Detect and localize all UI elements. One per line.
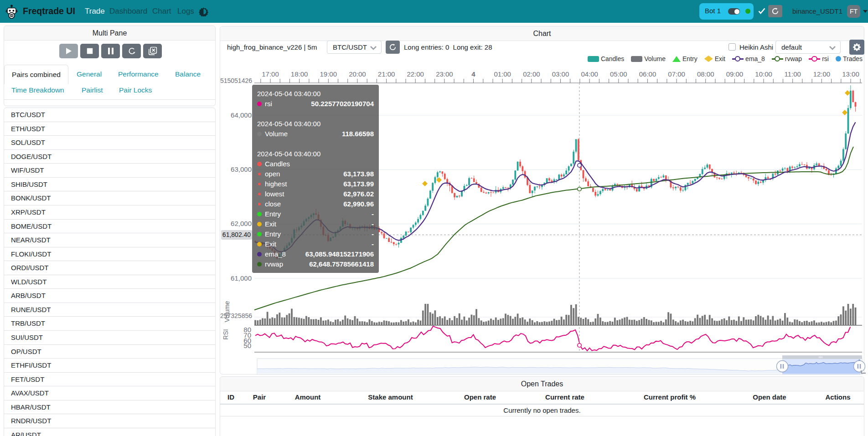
- svg-text:50: 50: [243, 342, 251, 349]
- svg-text:22:00: 22:00: [407, 70, 424, 78]
- svg-text:11:00: 11:00: [784, 70, 801, 78]
- svg-text:13:00: 13:00: [842, 70, 859, 78]
- svg-text:09:00: 09:00: [726, 70, 744, 78]
- svg-text:19:00: 19:00: [320, 70, 337, 78]
- svg-text:02:00: 02:00: [523, 70, 540, 78]
- svg-text:4: 4: [471, 70, 475, 78]
- svg-text:64,000: 64,000: [231, 111, 252, 119]
- svg-text:06:00: 06:00: [639, 70, 656, 78]
- svg-text:08:00: 08:00: [697, 70, 714, 78]
- svg-text:18:00: 18:00: [291, 70, 308, 78]
- svg-text:RSI: RSI: [222, 329, 229, 339]
- svg-text:04:00: 04:00: [581, 70, 598, 78]
- svg-text:Volume: Volume: [223, 301, 231, 322]
- svg-text:21:00: 21:00: [378, 70, 395, 78]
- svg-text:01:00: 01:00: [494, 70, 511, 78]
- svg-text:515051426: 515051426: [220, 77, 252, 84]
- svg-text:63,000: 63,000: [231, 165, 252, 173]
- svg-text:03:00: 03:00: [552, 70, 569, 78]
- svg-text:05:00: 05:00: [610, 70, 627, 78]
- svg-text:12:00: 12:00: [813, 70, 831, 78]
- svg-text:61,000: 61,000: [231, 274, 252, 282]
- svg-text:17:00: 17:00: [262, 70, 279, 78]
- svg-text:10:00: 10:00: [755, 70, 772, 78]
- svg-text:23:00: 23:00: [436, 70, 453, 78]
- svg-text:62,000: 62,000: [231, 220, 252, 227]
- svg-text:07:00: 07:00: [668, 70, 685, 78]
- svg-text:20:00: 20:00: [349, 70, 366, 78]
